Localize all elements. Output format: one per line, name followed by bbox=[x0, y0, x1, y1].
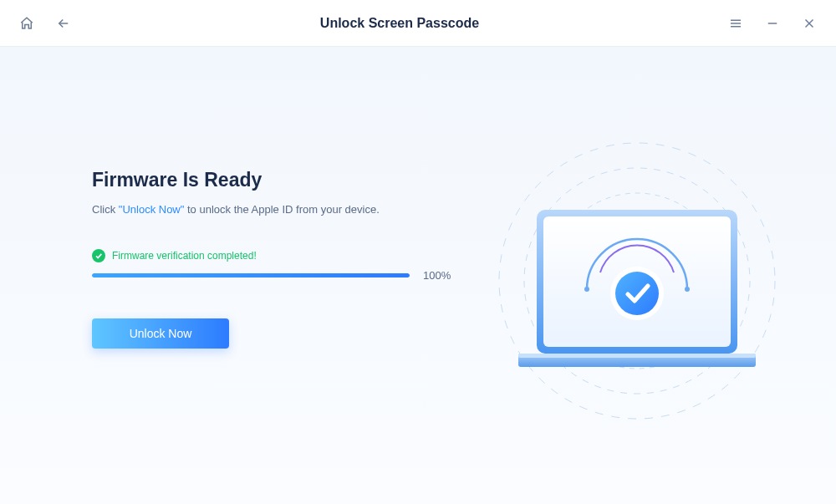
content-area: Firmware Is Ready Click "Unlock Now" to … bbox=[0, 47, 836, 504]
left-panel: Firmware Is Ready Click "Unlock Now" to … bbox=[92, 169, 477, 349]
subtext-prefix: Click bbox=[92, 203, 119, 216]
home-icon bbox=[19, 16, 34, 31]
subtext-highlight: "Unlock Now" bbox=[119, 203, 185, 216]
svg-point-16 bbox=[615, 272, 659, 315]
subtext: Click "Unlock Now" to unlock the Apple I… bbox=[92, 203, 477, 216]
window-title: Unlock Screen Passcode bbox=[74, 16, 726, 31]
back-button[interactable] bbox=[54, 13, 74, 33]
unlock-now-button[interactable]: Unlock Now bbox=[92, 318, 229, 349]
svg-point-14 bbox=[685, 287, 690, 292]
progress-wrap: 100% bbox=[92, 269, 477, 282]
home-button[interactable] bbox=[17, 13, 37, 33]
minimize-button[interactable] bbox=[762, 13, 782, 33]
menu-icon bbox=[728, 16, 743, 31]
svg-rect-12 bbox=[518, 354, 756, 358]
minimize-icon bbox=[765, 16, 780, 31]
subtext-suffix: to unlock the Apple ID from your device. bbox=[184, 203, 379, 216]
heading: Firmware Is Ready bbox=[92, 169, 477, 191]
progress-percent: 100% bbox=[423, 269, 451, 282]
close-button[interactable] bbox=[799, 13, 819, 33]
svg-point-13 bbox=[584, 287, 589, 292]
close-icon bbox=[802, 16, 817, 31]
status-row: Firmware verification completed! bbox=[92, 249, 477, 262]
status-text: Firmware verification completed! bbox=[112, 250, 257, 262]
titlebar: Unlock Screen Passcode bbox=[0, 0, 836, 47]
arrow-left-icon bbox=[56, 16, 71, 31]
progress-fill bbox=[92, 273, 410, 277]
menu-button[interactable] bbox=[726, 13, 746, 33]
progress-bar bbox=[92, 273, 410, 277]
check-circle-icon bbox=[92, 249, 105, 262]
laptop-illustration bbox=[487, 122, 788, 423]
